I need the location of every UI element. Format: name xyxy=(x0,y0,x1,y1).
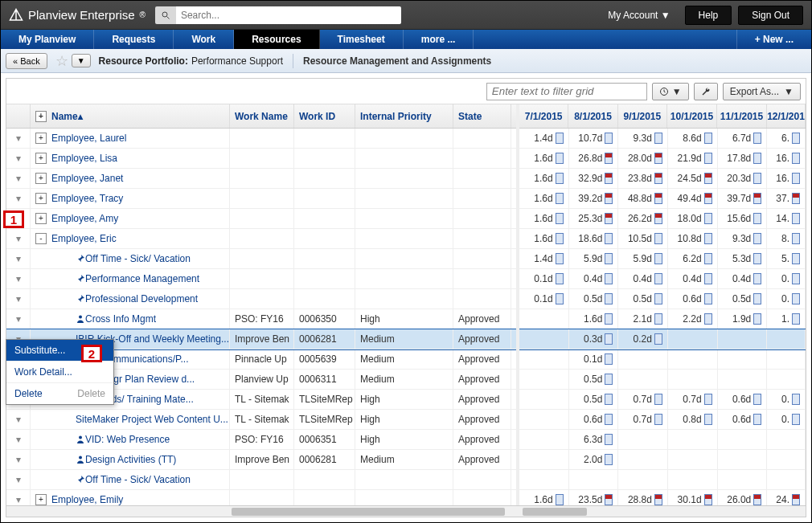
nav-work[interactable]: Work xyxy=(174,30,234,49)
cell-value[interactable]: 9.3d xyxy=(723,233,762,244)
cell-value[interactable]: 0. xyxy=(772,293,800,304)
expand-toggle[interactable]: + xyxy=(35,173,47,184)
cell-value[interactable]: 39.7d xyxy=(723,193,762,204)
cell-value[interactable]: 0.5d xyxy=(574,293,613,304)
row-menu-icon[interactable]: ▾ xyxy=(13,454,24,465)
favorite-dropdown[interactable]: ▼ xyxy=(72,54,91,67)
cell-value[interactable]: 0.6d xyxy=(723,414,762,425)
col-priority[interactable]: Internal Priority xyxy=(355,104,453,128)
cell-value[interactable]: 0.4d xyxy=(673,273,712,284)
cell-value[interactable]: 1.6d xyxy=(574,313,613,325)
cell-value[interactable]: 6.3d xyxy=(574,434,613,445)
task-name[interactable]: Performance Management xyxy=(85,273,199,284)
col-work-name[interactable]: Work Name xyxy=(230,104,294,128)
cell-value[interactable]: 0.5d xyxy=(574,394,613,405)
cell-value[interactable]: 8. xyxy=(772,233,800,244)
cell-value[interactable]: 10.8d xyxy=(673,233,712,244)
employee-name[interactable]: Employee, Laurel xyxy=(51,133,126,144)
cell-value[interactable]: 1.4d xyxy=(524,133,564,144)
ctx-delete[interactable]: Delete Delete xyxy=(6,383,113,404)
cell-value[interactable]: 0.1d xyxy=(574,353,613,365)
nav-more[interactable]: more ... xyxy=(404,30,474,49)
cell-value[interactable]: 2.2d xyxy=(673,313,712,325)
col-month-0[interactable]: 7/1/2015 xyxy=(519,104,568,128)
history-button[interactable]: ▼ xyxy=(652,83,689,100)
task-name[interactable]: Design Activities (TT) xyxy=(85,454,176,465)
cell-value[interactable]: 0.7d xyxy=(623,414,662,425)
cell-value[interactable]: 0.7d xyxy=(623,394,662,405)
expand-toggle[interactable]: + xyxy=(35,193,47,204)
help-button[interactable]: Help xyxy=(685,6,732,25)
cell-value[interactable]: 0.1d xyxy=(524,293,564,304)
employee-name[interactable]: Employee, Amy xyxy=(51,213,118,224)
employee-name[interactable]: Employee, Janet xyxy=(51,173,123,184)
employee-name[interactable]: Employee, Lisa xyxy=(51,153,117,164)
cell-value[interactable]: 10.7d xyxy=(574,133,613,144)
expand-all-toggle[interactable]: + xyxy=(35,111,47,122)
row-menu-icon[interactable]: ▾ xyxy=(13,434,24,445)
task-name[interactable]: SiteMaker Project Web Content U... xyxy=(76,414,228,425)
task-name[interactable]: Off Time - Sick/ Vacation xyxy=(85,253,191,264)
cell-value[interactable]: 14. xyxy=(772,213,800,224)
expand-toggle[interactable]: + xyxy=(35,494,47,505)
cell-value[interactable]: 39.2d xyxy=(574,193,613,204)
back-button[interactable]: « Back xyxy=(6,53,47,69)
task-name[interactable]: Off Time - Sick/ Vacation xyxy=(85,474,191,485)
employee-name[interactable]: Employee, Eric xyxy=(51,233,117,244)
employee-name[interactable]: Employee, Tracy xyxy=(51,193,123,204)
cell-value[interactable]: 0. xyxy=(772,394,800,405)
cell-value[interactable]: 37. xyxy=(772,193,800,204)
cell-value[interactable]: 0.4d xyxy=(574,273,613,284)
filter-input[interactable] xyxy=(486,83,647,100)
cell-value[interactable]: 0.6d xyxy=(723,394,762,405)
col-month-5[interactable]: 12/1/201 xyxy=(767,104,806,128)
cell-value[interactable]: 0. xyxy=(772,273,800,284)
cell-value[interactable]: 0.4d xyxy=(723,273,762,284)
cell-value[interactable]: 23.8d xyxy=(623,173,662,184)
cell-value[interactable]: 0.5d xyxy=(723,293,762,304)
favorite-star-icon[interactable]: ☆ xyxy=(55,52,68,70)
cell-value[interactable]: 24. xyxy=(772,494,800,505)
cell-value[interactable]: 6. xyxy=(772,133,800,144)
cell-value[interactable]: 6.2d xyxy=(673,253,712,264)
left-scrollbar[interactable] xyxy=(6,505,519,517)
row-menu-icon[interactable]: ▾ xyxy=(13,133,24,144)
row-menu-icon[interactable]: ▾ xyxy=(13,273,24,284)
cell-value[interactable]: 17.8d xyxy=(723,153,762,164)
row-menu-icon[interactable]: ▾ xyxy=(13,313,24,325)
cell-value[interactable]: 28.0d xyxy=(623,153,662,164)
cell-value[interactable]: 48.8d xyxy=(623,193,662,204)
cell-value[interactable]: 5.3d xyxy=(723,253,762,264)
cell-value[interactable]: 5. xyxy=(772,253,800,264)
nav-my-planview[interactable]: My Planview xyxy=(1,30,94,49)
cell-value[interactable]: 0.4d xyxy=(623,273,662,284)
cell-value[interactable]: 18.0d xyxy=(673,213,712,224)
cell-value[interactable]: 5.9d xyxy=(623,253,662,264)
cell-value[interactable]: 1.6d xyxy=(524,153,564,164)
cell-value[interactable]: 0.1d xyxy=(524,273,564,284)
row-menu-icon[interactable]: ▾ xyxy=(13,193,24,204)
cell-value[interactable]: 1.6d xyxy=(524,494,564,505)
row-menu-icon[interactable]: ▾ xyxy=(13,153,24,164)
col-state[interactable]: State xyxy=(453,104,511,128)
cell-value[interactable]: 24.5d xyxy=(673,173,712,184)
right-scrollbar[interactable] xyxy=(519,505,806,517)
cell-value[interactable]: 23.5d xyxy=(574,494,613,505)
row-menu-icon[interactable]: ▾ xyxy=(13,414,24,425)
cell-value[interactable]: 49.4d xyxy=(673,193,712,204)
row-menu-icon[interactable]: ▾ xyxy=(13,494,24,505)
cell-value[interactable]: 1.6d xyxy=(524,233,564,244)
cell-value[interactable]: 1.9d xyxy=(723,313,762,325)
cell-value[interactable]: 26.0d xyxy=(723,494,762,505)
cell-value[interactable]: 0.2d xyxy=(623,333,662,345)
cell-value[interactable]: 26.2d xyxy=(623,213,662,224)
employee-name[interactable]: Employee, Emily xyxy=(51,494,123,505)
row-menu-icon[interactable]: ▾ xyxy=(13,474,24,485)
cell-value[interactable]: 16. xyxy=(772,173,800,184)
task-name[interactable]: Professional Development xyxy=(85,293,198,304)
cell-value[interactable]: 2.1d xyxy=(623,313,662,325)
cell-value[interactable]: 20.3d xyxy=(723,173,762,184)
nav-resources[interactable]: Resources xyxy=(234,30,319,49)
row-menu-icon[interactable]: ▾ xyxy=(13,253,24,264)
cell-value[interactable]: 16. xyxy=(772,153,800,164)
